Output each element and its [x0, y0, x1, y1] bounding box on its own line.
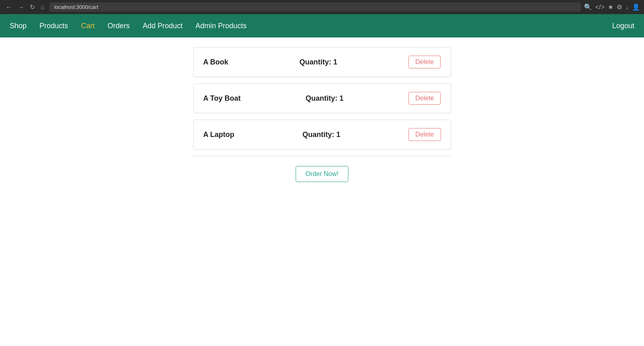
- home-button[interactable]: ⌂: [39, 3, 46, 12]
- downloads-icon[interactable]: ↓: [625, 4, 629, 11]
- nav-link-products[interactable]: Products: [39, 19, 68, 33]
- order-now-button[interactable]: Order Now!: [296, 166, 349, 182]
- cart-item-quantity: Quantity: 1: [306, 94, 344, 103]
- bookmark-icon[interactable]: ★: [608, 3, 613, 11]
- nav-link-orders[interactable]: Orders: [108, 19, 130, 33]
- cart-item: A Book Quantity: 1 Delete: [193, 47, 451, 77]
- forward-button[interactable]: →: [16, 3, 26, 12]
- cart-item: A Laptop Quantity: 1 Delete: [193, 120, 451, 149]
- nav-link-shop[interactable]: Shop: [10, 19, 27, 33]
- delete-button[interactable]: Delete: [408, 92, 441, 105]
- navbar: Shop Products Cart Orders Add Product Ad…: [0, 14, 644, 37]
- logout-link[interactable]: Logout: [612, 22, 634, 30]
- order-now-container: Order Now!: [193, 166, 451, 182]
- extensions-icon[interactable]: ⚙: [617, 3, 622, 11]
- cart-item-name: A Toy Boat: [203, 94, 241, 103]
- nav-link-add-product[interactable]: Add Product: [143, 19, 182, 33]
- browser-actions: 🔍 </> ★ ⚙ ↓ 👤: [584, 3, 640, 11]
- profile-icon[interactable]: 👤: [632, 3, 640, 11]
- browser-nav-buttons: ← → ↻ ⌂: [4, 2, 46, 12]
- delete-button[interactable]: Delete: [408, 128, 441, 141]
- back-button[interactable]: ←: [4, 3, 14, 12]
- search-icon[interactable]: 🔍: [584, 3, 592, 11]
- cart-item-name: A Laptop: [203, 131, 234, 139]
- address-bar-url: localhost:3000/cart: [54, 4, 98, 10]
- divider: [193, 156, 451, 156]
- cart-container: A Book Quantity: 1 Delete A Toy Boat Qua…: [193, 47, 451, 182]
- navbar-right: Logout: [612, 22, 634, 30]
- cart-item: A Toy Boat Quantity: 1 Delete: [193, 83, 451, 113]
- cart-item-name: A Book: [203, 58, 228, 66]
- delete-button[interactable]: Delete: [408, 56, 441, 68]
- share-icon[interactable]: </>: [595, 4, 605, 11]
- cart-item-quantity: Quantity: 1: [300, 58, 338, 66]
- reload-button[interactable]: ↻: [28, 2, 37, 12]
- address-bar[interactable]: localhost:3000/cart: [50, 2, 581, 12]
- nav-link-cart[interactable]: Cart: [81, 19, 95, 33]
- nav-link-admin-products[interactable]: Admin Products: [195, 19, 246, 33]
- browser-chrome: ← → ↻ ⌂ localhost:3000/cart 🔍 </> ★ ⚙ ↓ …: [0, 0, 644, 14]
- main-content: A Book Quantity: 1 Delete A Toy Boat Qua…: [81, 37, 564, 192]
- navbar-left: Shop Products Cart Orders Add Product Ad…: [10, 19, 246, 33]
- cart-item-quantity: Quantity: 1: [302, 131, 340, 139]
